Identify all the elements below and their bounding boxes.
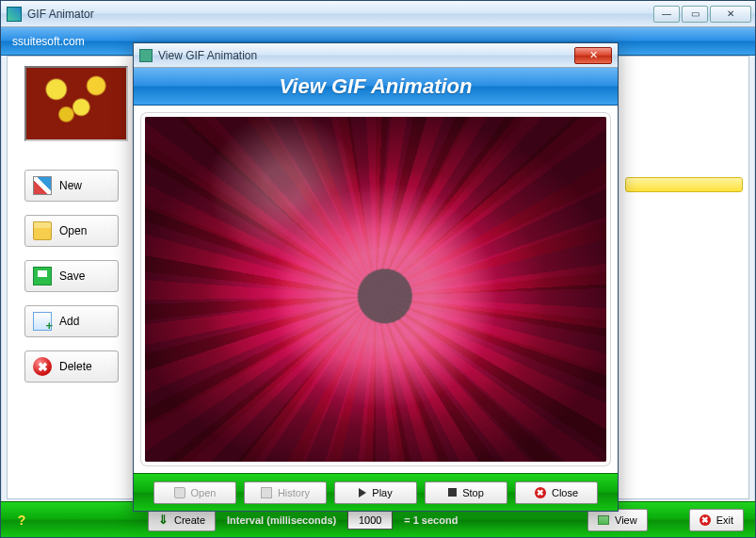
dialog-stop-button[interactable]: Stop [425,481,507,504]
interval-label: Interval (milliseconds) [227,514,336,526]
folder-open-icon [174,487,185,498]
dialog-close-x-button[interactable]: ✕ [574,47,612,64]
dialog-play-button[interactable]: Play [334,481,417,504]
create-label: Create [174,514,205,526]
open-button[interactable]: Open [24,215,119,247]
window-close-button[interactable]: ✕ [710,6,751,23]
dialog-heading: View GIF Animation [280,74,473,99]
app-icon [7,7,22,22]
add-label: Add [59,315,79,328]
folder-open-icon [33,221,52,240]
stop-icon [448,488,457,497]
view-gif-dialog: View GIF Animation ✕ View GIF Animation … [133,42,619,512]
create-button[interactable]: ⇓ Create [148,509,216,531]
play-icon [359,488,366,497]
view-label: View [615,514,637,526]
interval-equals: = 1 second [404,514,458,526]
delete-icon: ✖ [33,357,52,376]
dialog-stop-label: Stop [462,487,484,498]
exit-button[interactable]: ✖ Exit [689,509,744,531]
thumbnail-image [26,68,126,139]
new-icon [33,176,52,195]
main-titlebar[interactable]: GIF Animator — ▭ ✕ [1,1,755,27]
dialog-body [134,106,618,473]
save-button[interactable]: Save [24,260,119,292]
thumbnail-strip [625,177,743,192]
create-icon: ⇓ [158,513,169,527]
delete-button[interactable]: ✖ Delete [24,351,119,383]
preview-thumbnail[interactable] [24,66,128,141]
gif-preview-frame [141,113,610,465]
add-button[interactable]: Add [24,305,119,337]
exit-icon: ✖ [700,514,711,526]
interval-input[interactable] [347,511,393,530]
window-title: GIF Animator [27,8,653,21]
close-icon: ✖ [535,487,546,498]
history-icon [261,487,272,498]
dialog-title: View GIF Animation [158,49,574,62]
new-button[interactable]: New [24,170,119,202]
dialog-header: View GIF Animation [134,68,618,106]
help-button[interactable]: ? [12,513,31,528]
dialog-history-button[interactable]: History [244,481,327,504]
dialog-close-label: Close [552,487,578,498]
minimize-button[interactable]: — [653,6,680,23]
view-icon [598,515,609,525]
main-window: GIF Animator — ▭ ✕ ssuitesoft.com New Op… [0,0,756,538]
delete-label: Delete [59,360,92,373]
save-icon [33,267,52,285]
new-label: New [59,179,82,192]
dialog-open-button[interactable]: Open [153,481,236,504]
add-image-icon [33,312,52,331]
dialog-titlebar[interactable]: View GIF Animation ✕ [134,43,618,68]
site-link[interactable]: ssuitesoft.com [12,35,85,48]
dialog-toolbar: Open History Play Stop ✖ Close [134,473,618,511]
dialog-history-label: History [278,487,310,498]
open-label: Open [59,224,87,237]
gif-preview-image [145,117,606,462]
dialog-play-label: Play [372,487,392,498]
side-panel: New Open Save Add ✖ Delete [24,66,137,396]
dialog-app-icon [139,49,153,62]
exit-label: Exit [716,514,733,526]
view-button[interactable]: View [587,509,648,531]
save-label: Save [59,269,85,283]
dialog-open-label: Open [191,487,217,498]
dialog-close-button[interactable]: ✖ Close [515,481,598,504]
maximize-button[interactable]: ▭ [682,6,708,23]
